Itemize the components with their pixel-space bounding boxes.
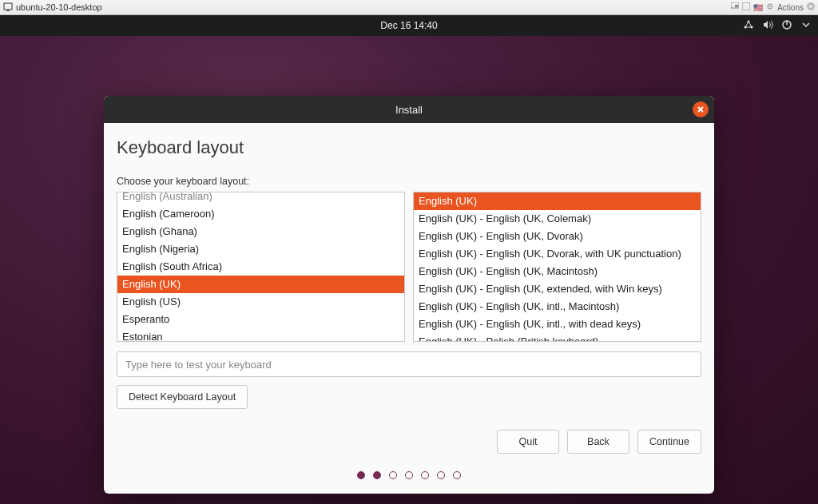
host-status-tray: 🇺🇸 Actions bbox=[731, 2, 815, 12]
panel-datetime[interactable]: Dec 16 14:40 bbox=[380, 20, 437, 31]
list-item[interactable]: English (Nigeria) bbox=[117, 240, 404, 258]
list-item[interactable]: English (UK) - English (UK, Dvorak) bbox=[414, 228, 701, 245]
choose-label: Choose your keyboard layout: bbox=[117, 176, 701, 187]
tray-fullscreen-icon[interactable] bbox=[742, 2, 750, 12]
progress-dot bbox=[421, 471, 429, 479]
gear-icon[interactable] bbox=[766, 2, 774, 12]
nav-buttons: Quit Back Continue bbox=[117, 430, 701, 454]
window-close-button[interactable] bbox=[693, 101, 709, 117]
list-item[interactable]: English (Cameroon) bbox=[117, 205, 404, 223]
list-item[interactable]: English (UK) bbox=[414, 192, 701, 210]
detect-keyboard-button[interactable]: Detect Keyboard Layout bbox=[117, 385, 248, 409]
close-icon bbox=[697, 105, 705, 113]
list-item[interactable]: English (Australian) bbox=[117, 192, 404, 205]
svg-rect-3 bbox=[735, 5, 738, 7]
list-item[interactable]: Estonian bbox=[117, 328, 404, 342]
progress-dot bbox=[453, 471, 461, 479]
page-heading: Keyboard layout bbox=[117, 137, 701, 158]
host-title: ubuntu-20-10-desktop bbox=[16, 2, 102, 12]
host-actions-label[interactable]: Actions bbox=[777, 3, 804, 12]
list-item[interactable]: Esperanto bbox=[117, 311, 404, 328]
window-body: Keyboard layout Choose your keyboard lay… bbox=[104, 123, 714, 494]
power-icon[interactable] bbox=[781, 19, 792, 33]
continue-button[interactable]: Continue bbox=[637, 430, 701, 454]
layout-list-primary[interactable]: English (Australian)English (Cameroon)En… bbox=[117, 192, 405, 342]
layout-list-variant[interactable]: English (UK)English (UK) - English (UK, … bbox=[413, 192, 701, 342]
list-item[interactable]: English (US) bbox=[117, 293, 404, 311]
progress-dot bbox=[357, 471, 365, 479]
list-item[interactable]: English (Ghana) bbox=[117, 223, 404, 240]
list-item[interactable]: English (UK) - English (UK, Macintosh) bbox=[414, 263, 701, 280]
desktop: Dec 16 14:40 Install Keyboard layout Cho… bbox=[0, 15, 818, 504]
list-item[interactable]: English (UK) - English (UK, intl., with … bbox=[414, 315, 701, 333]
tray-pip-icon[interactable] bbox=[731, 2, 739, 12]
svg-rect-4 bbox=[742, 2, 750, 10]
progress-dot bbox=[373, 471, 381, 479]
keyboard-test-input[interactable] bbox=[117, 351, 701, 377]
list-item[interactable]: English (UK) - English (UK, Dvorak, with… bbox=[414, 245, 701, 263]
list-item[interactable]: English (UK) - English (UK, extended, wi… bbox=[414, 280, 701, 298]
progress-dots bbox=[117, 460, 701, 486]
host-titlebar: ubuntu-20-10-desktop 🇺🇸 Actions bbox=[0, 0, 818, 15]
close-icon[interactable] bbox=[807, 2, 815, 12]
top-panel: Dec 16 14:40 bbox=[0, 15, 818, 36]
list-item[interactable]: English (UK) - English (UK, Colemak) bbox=[414, 210, 701, 228]
quit-button[interactable]: Quit bbox=[497, 430, 559, 454]
list-item[interactable]: English (UK) - Polish (British keyboard) bbox=[414, 333, 701, 342]
list-item[interactable]: English (UK) - English (UK, intl., Macin… bbox=[414, 298, 701, 315]
network-icon[interactable] bbox=[743, 19, 754, 33]
chevron-down-icon[interactable] bbox=[800, 19, 812, 33]
tray-flag-icon: 🇺🇸 bbox=[753, 3, 763, 12]
window-title: Install bbox=[395, 104, 423, 116]
panel-indicators[interactable] bbox=[743, 15, 812, 36]
vm-icon bbox=[3, 2, 13, 12]
svg-rect-0 bbox=[4, 3, 12, 10]
progress-dot bbox=[437, 471, 445, 479]
list-item[interactable]: English (South Africa) bbox=[117, 258, 404, 276]
progress-dot bbox=[405, 471, 413, 479]
svg-point-6 bbox=[769, 6, 771, 7]
svg-rect-1 bbox=[6, 10, 10, 11]
installer-window: Install Keyboard layout Choose your keyb… bbox=[104, 96, 714, 494]
volume-icon[interactable] bbox=[762, 19, 773, 33]
layout-lists: English (Australian)English (Cameroon)En… bbox=[117, 192, 701, 342]
progress-dot bbox=[389, 471, 397, 479]
list-item[interactable]: English (UK) bbox=[117, 276, 404, 293]
window-titlebar[interactable]: Install bbox=[104, 96, 714, 123]
back-button[interactable]: Back bbox=[567, 430, 629, 454]
